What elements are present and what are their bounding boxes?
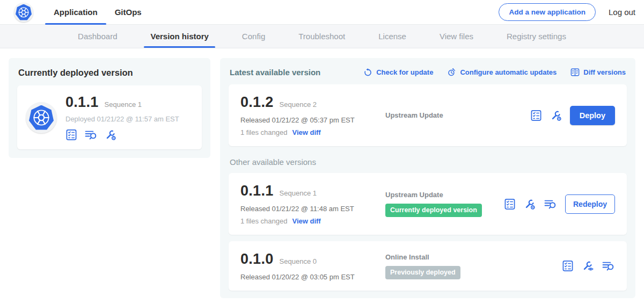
add-application-button[interactable]: Add a new application xyxy=(499,3,596,21)
app-logo xyxy=(14,3,33,22)
main-content: Currently deployed version 0.1.1 Sequenc… xyxy=(0,48,644,303)
subnav-tab-troubleshoot-label: Troubleshoot xyxy=(298,32,345,41)
version-info: 0.1.0 Sequence 0 Released 01/20/22 @ 03:… xyxy=(240,251,376,281)
sequence-label: Sequence 1 xyxy=(280,189,317,197)
released-timestamp: Released 01/20/22 @ 03:05 pm EST xyxy=(240,273,376,281)
version-actions: Check for update Configure automatic upd… xyxy=(363,68,626,77)
kubernetes-wheel-icon xyxy=(16,4,32,20)
view-diff-link[interactable]: View diff xyxy=(292,128,320,136)
refresh-icon xyxy=(363,68,372,77)
source-label: Upstream Update xyxy=(385,191,504,199)
files-changed-label: 1 files changed xyxy=(240,217,287,225)
release-notes-icon[interactable] xyxy=(504,198,516,210)
subnav-tab-version-history-label: Version history xyxy=(150,32,208,41)
version-card-actions: Redeploy xyxy=(504,194,615,214)
latest-available-title: Latest available version xyxy=(230,68,320,77)
released-timestamp: Released 01/21/22 @ 05:37 pm EST xyxy=(240,116,376,124)
version-info: 0.1.2 Sequence 2 Released 01/21/22 @ 05:… xyxy=(240,94,376,136)
diff-versions-label: Diff versions xyxy=(583,68,626,76)
header-actions: Add a new application Log out xyxy=(499,0,635,24)
app-subnav: Dashboard Version history Config Trouble… xyxy=(0,25,644,48)
configure-automatic-updates-link[interactable]: Configure automatic updates xyxy=(447,68,557,77)
currently-deployed-badge: Currently deployed version xyxy=(385,204,482,217)
version-number: 0.1.1 xyxy=(65,94,99,111)
subnav-tab-version-history[interactable]: Version history xyxy=(149,25,209,48)
deployed-version-card: 0.1.1 Sequence 1 Deployed 01/21/22 @ 11:… xyxy=(17,85,202,149)
configure-automatic-updates-label: Configure automatic updates xyxy=(460,68,557,76)
app-header: Application GitOps Add a new application… xyxy=(0,0,644,25)
schedule-update-icon xyxy=(447,68,456,77)
kubernetes-wheel-icon xyxy=(29,105,54,130)
sequence-label: Sequence 0 xyxy=(280,257,317,265)
subnav-tab-dashboard[interactable]: Dashboard xyxy=(77,25,118,48)
view-logs-icon[interactable] xyxy=(84,129,98,141)
version-number: 0.1.0 xyxy=(240,251,274,268)
version-source: Upstream Update xyxy=(376,111,530,119)
subnav-tab-license-label: License xyxy=(378,32,406,41)
view-diff-link[interactable]: View diff xyxy=(292,217,320,225)
version-card-0-1-0: 0.1.0 Sequence 0 Released 01/20/22 @ 03:… xyxy=(229,241,627,291)
subnav-tab-troubleshoot[interactable]: Troubleshoot xyxy=(297,25,346,48)
version-source: Upstream Update Currently deployed versi… xyxy=(376,191,504,217)
source-label: Online Install xyxy=(385,253,562,261)
app-logo xyxy=(26,102,57,133)
deployed-version-info: 0.1.1 Sequence 1 Deployed 01/21/22 @ 11:… xyxy=(65,94,179,141)
available-versions-panel: Latest available version Check for updat… xyxy=(220,58,635,298)
version-card-0-1-1: 0.1.1 Sequence 1 Released 01/21/22 @ 11:… xyxy=(229,173,627,235)
header-tabs: Application GitOps xyxy=(45,0,150,24)
version-card-actions xyxy=(562,260,615,272)
edit-config-icon[interactable] xyxy=(524,198,536,210)
diff-versions-link[interactable]: Diff versions xyxy=(570,68,626,77)
tab-application-label: Application xyxy=(54,8,98,17)
deploy-button[interactable]: Deploy xyxy=(570,106,615,125)
logout-link[interactable]: Log out xyxy=(609,8,635,17)
subnav-tab-registry-settings[interactable]: Registry settings xyxy=(506,25,567,48)
deployed-timestamp: Deployed 01/21/22 @ 11:57 am EST xyxy=(65,115,179,123)
view-logs-icon[interactable] xyxy=(544,198,557,210)
tab-gitops-label: GitOps xyxy=(115,8,142,17)
version-card-actions: Deploy xyxy=(530,106,615,125)
subnav-tab-config-label: Config xyxy=(242,32,265,41)
view-logs-icon[interactable] xyxy=(602,260,615,272)
release-notes-icon[interactable] xyxy=(65,129,77,141)
version-source: Online Install Previously deployed xyxy=(376,253,562,279)
subnav-tab-config[interactable]: Config xyxy=(241,25,266,48)
tab-application[interactable]: Application xyxy=(45,0,106,24)
edit-config-icon[interactable] xyxy=(105,129,116,141)
source-label: Upstream Update xyxy=(385,111,530,119)
check-for-update-label: Check for update xyxy=(376,68,433,76)
previously-deployed-badge: Previously deployed xyxy=(385,266,460,279)
diff-icon xyxy=(570,68,580,77)
sequence-label: Sequence 1 xyxy=(105,100,142,109)
view-config-icon[interactable] xyxy=(582,260,594,272)
redeploy-button[interactable]: Redeploy xyxy=(565,194,615,214)
tab-gitops[interactable]: GitOps xyxy=(106,0,150,24)
version-card-0-1-2: 0.1.2 Sequence 2 Released 01/21/22 @ 05:… xyxy=(229,84,627,146)
subnav-tab-registry-settings-label: Registry settings xyxy=(507,32,566,41)
release-notes-icon[interactable] xyxy=(562,260,574,272)
release-notes-icon[interactable] xyxy=(530,110,542,121)
sequence-label: Sequence 2 xyxy=(280,100,317,109)
subnav-tab-license[interactable]: License xyxy=(377,25,407,48)
subnav-tab-dashboard-label: Dashboard xyxy=(78,32,117,41)
released-timestamp: Released 01/21/22 @ 11:48 am EST xyxy=(240,205,376,213)
subnav-tab-view-files[interactable]: View files xyxy=(438,25,474,48)
other-versions-title: Other available versions xyxy=(230,157,626,167)
edit-config-icon[interactable] xyxy=(550,110,562,121)
version-info: 0.1.1 Sequence 1 Released 01/21/22 @ 11:… xyxy=(240,183,376,225)
currently-deployed-title: Currently deployed version xyxy=(18,68,202,78)
files-changed-label: 1 files changed xyxy=(240,128,287,136)
currently-deployed-panel: Currently deployed version 0.1.1 Sequenc… xyxy=(9,58,210,158)
check-for-update-link[interactable]: Check for update xyxy=(363,68,433,77)
version-number: 0.1.2 xyxy=(240,94,274,111)
subnav-tab-view-files-label: View files xyxy=(440,32,473,41)
version-number: 0.1.1 xyxy=(240,183,274,199)
